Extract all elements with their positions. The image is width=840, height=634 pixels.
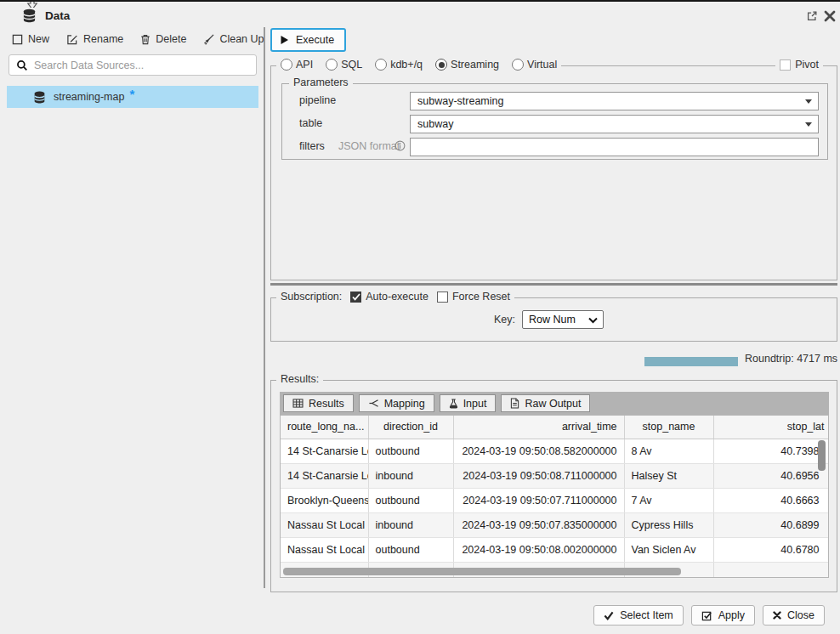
popout-icon[interactable] [806,10,818,22]
play-icon [280,35,289,45]
panel-divider[interactable] [264,27,265,588]
radio-icon [281,59,292,71]
key-select[interactable]: Row Num [522,310,604,329]
mode-radio-kdbq[interactable]: kdb+/q [375,59,423,71]
datasource-item-streaming-map[interactable]: streaming-map * [7,86,258,108]
select-item-button[interactable]: Select Item [593,605,684,626]
unsaved-marker: * [129,87,134,101]
search-placeholder: Search Data Sources... [34,59,144,71]
radio-icon [375,59,387,71]
search-icon [16,59,28,71]
execute-button[interactable]: Execute [270,28,346,52]
document-icon [510,398,519,409]
trash-icon [140,34,150,45]
table-label: table [299,117,322,129]
checkbox-icon [437,292,448,303]
close-button[interactable]: Close [763,605,825,626]
col-direction-id[interactable]: direction_id [368,416,453,439]
datasource-item-label: streaming-map [54,91,124,103]
mapping-icon [368,399,379,408]
mode-radio-sql[interactable]: SQL [326,59,362,71]
new-button[interactable]: New [12,33,49,45]
mode-radio-api[interactable]: API [281,59,313,71]
drag-cursor-icon [26,0,38,8]
results-grid: route_long_na... direction_id arrival_ti… [280,415,829,578]
chevron-down-icon [588,317,598,324]
pipeline-select[interactable]: subway-streaming [410,92,819,110]
database-icon [21,8,37,23]
filters-label: filters [299,140,325,152]
table-row[interactable]: Nassau St Local inbound 2024-03-19 09:50… [281,512,829,537]
radio-icon [512,59,524,71]
col-stop-name[interactable]: stop_name [624,416,713,439]
subscription-legend: Subscription: [281,291,342,303]
radio-selected-icon [435,59,447,71]
tab-input[interactable]: Input [440,394,497,412]
info-icon[interactable] [394,140,406,151]
parameters-fieldset: Parameters pipeline subway-streaming tab… [281,83,828,160]
auto-execute-checkbox[interactable]: Auto-execute [350,291,429,303]
apply-button[interactable]: Apply [691,605,755,626]
table-select[interactable]: subway [410,115,819,133]
radio-icon [326,59,338,71]
rename-icon [66,34,78,45]
pivot-checkbox[interactable]: Pivot [775,59,823,71]
flask-icon [449,399,458,409]
caret-down-icon [805,122,812,127]
key-label: Key: [494,314,515,325]
table-grid-icon [292,399,304,408]
clean-up-icon [203,34,214,45]
filters-hint: JSON format [338,140,400,152]
tab-mapping[interactable]: Mapping [359,394,434,412]
clean-up-button[interactable]: Clean Up [203,33,264,45]
roundtrip-progress-bar [644,357,738,366]
col-arrival-time[interactable]: arrival_time [453,416,624,439]
table-row[interactable]: 14 St-Canarsie Lo inbound 2024-03-19 09:… [281,463,829,488]
table-header-row: route_long_na... direction_id arrival_ti… [281,416,829,439]
x-icon [773,611,781,620]
results-table: route_long_na... direction_id arrival_ti… [281,416,829,578]
parameters-legend: Parameters [289,76,353,88]
dialog-title: Data [45,9,70,22]
dialog-footer: Select Item Apply Close [593,605,825,626]
table-row[interactable]: Nassau St Local outbound 2024-03-19 09:5… [281,537,829,562]
caret-down-icon [805,99,812,104]
subscription-legend-row: Subscription: Auto-execute Force Reset [276,291,514,303]
results-legend: Results: [276,373,323,385]
close-icon[interactable] [824,10,836,22]
results-fieldset: Results: Results Mapping Input [270,380,837,592]
vertical-scrollbar[interactable] [818,440,826,471]
checkbox-checked-icon [350,292,361,303]
mode-radio-virtual[interactable]: Virtual [512,59,557,71]
database-icon [32,91,47,104]
table-row[interactable]: Brooklyn-Queens outbound 2024-03-19 09:5… [281,488,829,512]
filters-input[interactable] [410,138,819,156]
check-icon [604,611,614,620]
search-input[interactable]: Search Data Sources... [9,54,257,76]
query-mode-radios: API SQL kdb+/q Streaming Virtual [276,59,561,71]
col-route-long-name[interactable]: route_long_na... [281,416,368,439]
horizontal-scrollbar[interactable] [283,568,681,575]
pipeline-label: pipeline [299,94,336,106]
delete-button[interactable]: Delete [140,33,186,45]
checkbox-check-icon [701,610,712,621]
tab-raw-output[interactable]: Raw Output [501,394,590,412]
checkbox-icon [780,59,791,71]
force-reset-checkbox[interactable]: Force Reset [437,291,510,303]
datasource-toolbar: New Rename Delete Clean Up [12,33,264,45]
query-type-fieldset: API SQL kdb+/q Streaming Virtual Pivot [270,65,837,280]
data-source-dialog: Data New Rename Delete Clean Up Search [0,0,840,634]
table-row[interactable]: 14 St-Canarsie Lo outbound 2024-03-19 09… [281,439,829,463]
roundtrip-text: Roundtrip: 4717 ms [745,353,837,365]
section-separator [270,283,837,286]
rename-button[interactable]: Rename [66,33,123,45]
results-tabstrip: Results Mapping Input Raw Output [280,392,829,415]
tab-results[interactable]: Results [283,394,354,412]
col-stop-lat[interactable]: stop_lat [713,416,829,439]
mode-radio-streaming[interactable]: Streaming [435,59,499,71]
subscription-fieldset: Subscription: Auto-execute Force Reset K… [270,297,837,342]
new-icon [12,34,23,45]
